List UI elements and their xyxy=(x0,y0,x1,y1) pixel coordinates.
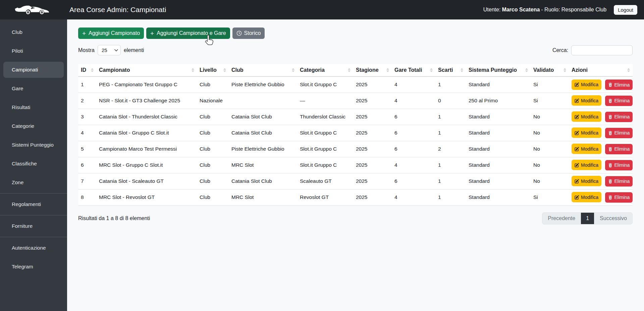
cell-club: Piste Elettriche Gubbio xyxy=(229,141,297,157)
trash-icon xyxy=(608,147,612,151)
cell-validato: Si xyxy=(531,93,569,109)
search-input[interactable] xyxy=(571,45,633,55)
page-size-select[interactable]: 25 xyxy=(98,45,121,55)
cell-id: 2 xyxy=(78,93,96,109)
column-header-stagione[interactable]: Stagione xyxy=(353,64,392,76)
cell-id: 4 xyxy=(78,125,96,141)
sidebar-item-campionati[interactable]: Campionati xyxy=(3,62,64,78)
logout-button[interactable]: Logout xyxy=(614,5,637,15)
trash-icon xyxy=(608,195,612,200)
modifica-button[interactable]: Modifica xyxy=(572,111,601,122)
cell-club: Catania Slot Club xyxy=(229,173,297,189)
sidebar-item-sistemi-punteggio[interactable]: Sistemi Punteggio xyxy=(3,137,64,153)
cell-stagione: 2025 xyxy=(353,157,392,173)
cell-id: 1 xyxy=(78,76,96,93)
cell-validato: No xyxy=(531,173,569,189)
sidebar-item-risultati[interactable]: Risultati xyxy=(3,99,64,115)
sort-icon xyxy=(564,68,566,72)
elimina-button[interactable]: Elimina xyxy=(605,144,633,154)
column-header-azioni[interactable]: Azioni xyxy=(569,64,633,76)
cell-azioni: Modifica Elimina xyxy=(569,93,633,109)
sidebar-item-categorie[interactable]: Categorie xyxy=(3,118,64,134)
cell-sistema-punteggio: Standard xyxy=(466,173,531,189)
table-row: 7 Catania Slot - Scaleauto GT Club Catan… xyxy=(78,173,633,189)
cell-stagione: 2025 xyxy=(353,189,392,205)
cell-campionato: Catania Slot - Scaleauto GT xyxy=(96,173,197,189)
cell-sistema-punteggio: Standard xyxy=(466,141,531,157)
column-header-categoria[interactable]: Categoria xyxy=(297,64,353,76)
sidebar-divider xyxy=(0,215,67,215)
sort-icon xyxy=(386,68,389,72)
cell-id: 5 xyxy=(78,141,96,157)
sidebar-item-gare[interactable]: Gare xyxy=(3,81,64,97)
sidebar-item-regolamenti[interactable]: Regolamenti xyxy=(3,196,64,212)
sidebar-item-zone[interactable]: Zone xyxy=(3,174,64,191)
cell-scarti: 1 xyxy=(435,109,466,125)
cell-club: MRC Slot xyxy=(229,189,297,205)
clock-icon xyxy=(236,31,242,36)
modifica-button[interactable]: Modifica xyxy=(572,192,601,202)
modifica-button[interactable]: Modifica xyxy=(572,176,601,186)
elimina-button[interactable]: Elimina xyxy=(605,176,633,187)
storico-button[interactable]: Storico xyxy=(232,28,265,39)
column-header-campionato[interactable]: Campionato xyxy=(96,64,197,76)
table-header-row: ID Campionato Livello Club Categoria Sta… xyxy=(78,64,633,76)
elimina-button[interactable]: Elimina xyxy=(605,80,633,90)
cell-livello: Club xyxy=(197,141,229,157)
pagination-previous[interactable]: Precedente xyxy=(542,213,581,224)
add-championship-races-label: Aggiungi Campionato e Gare xyxy=(157,30,226,36)
modifica-button[interactable]: Modifica xyxy=(572,127,601,138)
cell-sistema-punteggio: Standard xyxy=(466,76,531,93)
plus-icon: + xyxy=(150,30,154,37)
sidebar-item-classifiche[interactable]: Classifiche xyxy=(3,156,64,172)
storico-label: Storico xyxy=(244,30,261,36)
cell-campionato: Campionato Marco Test Permessi xyxy=(96,141,197,157)
cell-azioni: Modifica Elimina xyxy=(569,125,633,141)
table-row: 6 MRC Slot - Gruppo C Slot.it Club MRC S… xyxy=(78,157,633,173)
column-header-livello[interactable]: Livello xyxy=(197,64,229,76)
elimina-button[interactable]: Elimina xyxy=(605,128,633,138)
cell-categoria: Thunderslot Classic xyxy=(297,109,353,125)
cell-sistema-punteggio: Standard xyxy=(466,125,531,141)
sidebar-item-telegram[interactable]: Telegram xyxy=(3,259,64,275)
cell-gare-totali: 4 xyxy=(392,93,435,109)
cell-campionato: Catania Slot - Gruppo C Slot.it xyxy=(96,125,197,141)
pagination-page-1[interactable]: 1 xyxy=(581,213,594,224)
sidebar-item-forniture[interactable]: Forniture xyxy=(3,218,64,234)
modifica-button[interactable]: Modifica xyxy=(572,95,601,106)
elimina-button[interactable]: Elimina xyxy=(605,192,633,203)
column-header-gare-totali[interactable]: Gare Totali xyxy=(392,64,435,76)
column-header-sistema-punteggio[interactable]: Sistema Punteggio xyxy=(466,64,531,76)
top-navbar: Area Corse Admin: Campionati Utente:Marc… xyxy=(0,0,644,19)
sidebar-item-club[interactable]: Club xyxy=(3,24,64,40)
search-label: Cerca: xyxy=(552,47,568,53)
cell-scarti: 0 xyxy=(435,93,466,109)
sort-icon xyxy=(430,68,433,72)
pagination-next[interactable]: Successivo xyxy=(594,213,632,224)
elimina-button[interactable]: Elimina xyxy=(605,96,633,106)
add-championship-races-button[interactable]: + Aggiungi Campionato e Gare xyxy=(146,28,230,39)
cell-sistema-punteggio: 250 al Primo xyxy=(466,93,531,109)
column-header-id[interactable]: ID xyxy=(78,64,96,76)
modifica-button[interactable]: Modifica xyxy=(572,80,601,90)
trash-icon xyxy=(608,83,612,87)
elimina-button[interactable]: Elimina xyxy=(605,112,633,122)
brand[interactable]: Area Corse Admin: Campionati xyxy=(14,3,166,16)
pagination: Precedente 1 Successivo xyxy=(542,212,633,224)
cell-club: Piste Elettriche Gubbio xyxy=(229,76,297,93)
trash-icon xyxy=(608,179,612,184)
column-header-validato[interactable]: Validato xyxy=(531,64,569,76)
edit-icon xyxy=(575,179,579,184)
modifica-button[interactable]: Modifica xyxy=(572,160,601,170)
sidebar-item-piloti[interactable]: Piloti xyxy=(3,43,64,59)
user-name: Marco Scatena xyxy=(502,7,540,12)
cell-id: 7 xyxy=(78,173,96,189)
sidebar-item-autenticazione[interactable]: Autenticazione xyxy=(3,240,64,256)
modifica-button[interactable]: Modifica xyxy=(572,144,601,154)
elimina-button[interactable]: Elimina xyxy=(605,160,633,170)
edit-icon xyxy=(575,98,579,103)
column-header-scarti[interactable]: Scarti xyxy=(435,64,466,76)
column-header-club[interactable]: Club xyxy=(229,64,297,76)
cell-livello: Nazionale xyxy=(197,93,229,109)
add-championship-button[interactable]: + Aggiungi Campionato xyxy=(78,28,144,39)
